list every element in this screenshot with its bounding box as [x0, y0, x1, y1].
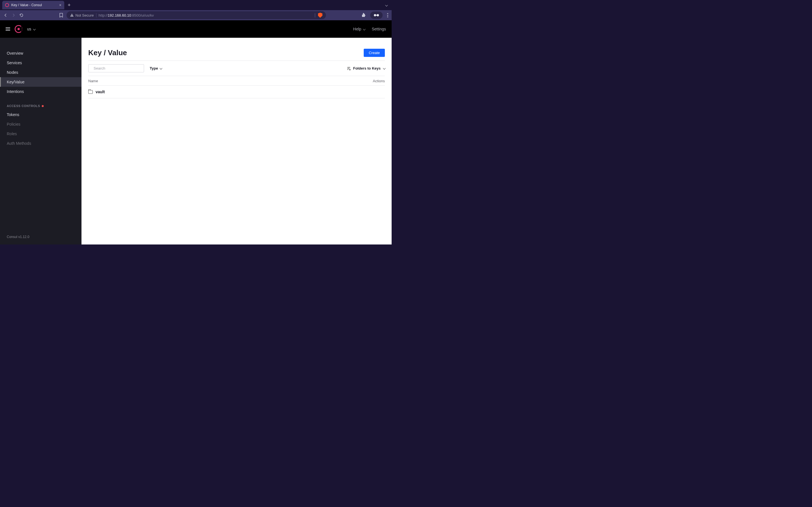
extensions-icon[interactable]: [361, 13, 366, 17]
address-bar-right: |: [314, 13, 322, 18]
sidebar-item-roles[interactable]: Roles: [0, 129, 82, 138]
menu-toggle-button[interactable]: [6, 27, 10, 31]
address-bar[interactable]: Not Secure http://192.168.60.10:8500/ui/…: [66, 11, 326, 19]
reload-button[interactable]: [19, 13, 24, 17]
browser-right-icons: [361, 11, 388, 19]
sidebar-item-policies[interactable]: Policies: [0, 119, 82, 129]
chevron-down-icon: [383, 66, 385, 70]
row-name: vault: [96, 90, 105, 94]
browser-chrome: Key / Value - Consul × + Not Secure http…: [0, 0, 392, 20]
sidebar-item-tokens[interactable]: Tokens: [0, 110, 82, 119]
sort-icon: [347, 66, 351, 70]
alert-dot-icon: [42, 105, 44, 107]
chevron-down-icon: [363, 27, 365, 31]
type-filter[interactable]: Type: [150, 66, 161, 70]
url-text: http://192.168.60.10:8500/ui/us/kv: [99, 13, 154, 17]
new-tab-button[interactable]: +: [68, 2, 71, 8]
column-actions: Actions: [373, 79, 385, 83]
page-title: Key / Value: [88, 48, 127, 57]
close-tab-icon[interactable]: ×: [59, 3, 61, 7]
brave-shield-icon[interactable]: [318, 13, 322, 18]
page-header: Key / Value Create: [88, 45, 385, 61]
chevron-down-icon: [33, 27, 35, 31]
folder-icon: [88, 90, 93, 94]
address-divider: |: [314, 13, 315, 18]
header-right: Help Settings: [353, 27, 386, 31]
sidebar-section-access-controls: ACCESS CONTROLS: [0, 96, 82, 110]
sort-selector[interactable]: Folders to Keys: [347, 66, 385, 70]
sidebar-item-keyvalue[interactable]: Key/Value: [0, 77, 82, 87]
sidebar-item-services[interactable]: Services: [0, 58, 82, 68]
sidebar: Overview Services Nodes Key/Value Intent…: [0, 38, 82, 244]
app-body: Overview Services Nodes Key/Value Intent…: [0, 38, 392, 244]
sidebar-item-intentions[interactable]: Intentions: [0, 87, 82, 96]
bookmark-icon[interactable]: [59, 13, 63, 17]
search-input[interactable]: [94, 66, 141, 70]
consul-logo-icon[interactable]: [15, 25, 22, 33]
app-header: us Help Settings: [0, 20, 392, 38]
tab-title: Key / Value - Consul: [11, 3, 57, 7]
sidebar-footer: Consul v1.12.0: [0, 229, 82, 244]
datacenter-selector[interactable]: us: [27, 27, 35, 31]
browser-tab[interactable]: Key / Value - Consul ×: [2, 1, 64, 9]
svg-rect-6: [387, 15, 388, 15]
private-mode-icon[interactable]: [370, 11, 383, 19]
svg-rect-7: [387, 17, 388, 17]
consul-favicon-icon: [5, 3, 9, 7]
tab-bar: Key / Value - Consul × +: [0, 0, 392, 10]
table-row[interactable]: vault: [88, 86, 385, 98]
help-link[interactable]: Help: [353, 27, 365, 31]
tabs-dropdown-icon[interactable]: [385, 3, 387, 8]
back-button[interactable]: [3, 13, 8, 17]
sidebar-item-overview[interactable]: Overview: [0, 48, 82, 58]
svg-point-2: [374, 14, 376, 16]
svg-point-3: [377, 14, 379, 16]
svg-rect-5: [387, 13, 388, 14]
not-secure-text: Not Secure: [75, 13, 94, 17]
table-header: Name Actions: [88, 76, 385, 86]
forward-button[interactable]: [11, 13, 16, 17]
sidebar-item-nodes[interactable]: Nodes: [0, 68, 82, 77]
svg-rect-4: [376, 15, 377, 15]
svg-rect-0: [71, 15, 72, 16]
main-content: Key / Value Create Type Folders to Keys …: [82, 38, 392, 244]
datacenter-label: us: [27, 27, 31, 31]
search-box: [88, 64, 144, 72]
not-secure-badge: Not Secure: [70, 13, 96, 17]
sidebar-item-auth-methods[interactable]: Auth Methods: [0, 138, 82, 148]
column-name: Name: [88, 79, 98, 83]
svg-rect-1: [71, 16, 72, 16]
chevron-down-icon: [160, 66, 161, 70]
settings-link[interactable]: Settings: [371, 27, 386, 31]
create-button[interactable]: Create: [364, 49, 385, 57]
browser-menu-icon[interactable]: [387, 13, 388, 17]
nav-bar: Not Secure http://192.168.60.10:8500/ui/…: [0, 10, 392, 20]
toolbar: Type Folders to Keys: [88, 61, 385, 76]
